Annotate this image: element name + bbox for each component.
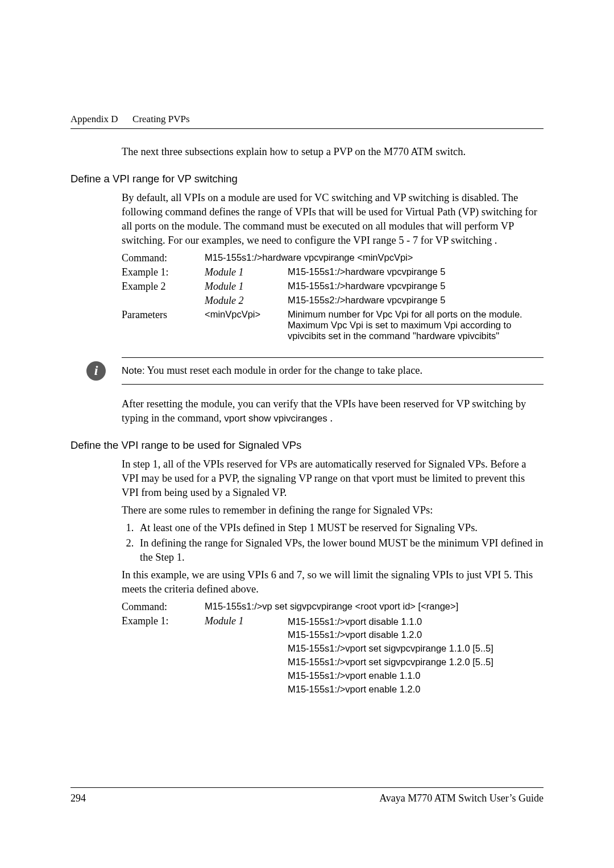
section2-body: In step 1, all of the VPIs reserved for … [122, 457, 544, 596]
ex-line: M15-155s1:/>vport disable 1.1.0 [288, 615, 540, 629]
ex1-value: M15-155s1:/>hardware vpcvpirange 5 [288, 265, 544, 279]
params-label: Parameters [122, 308, 205, 343]
row-ex1: Example 1: Module 1 M15-155s1:/>hardware… [122, 265, 544, 279]
ex-line: M15-155s1:/>vport enable 1.2.0 [288, 683, 540, 696]
section2-para1: In step 1, all of the VPIs reserved for … [122, 457, 544, 500]
after-note-text: After resetting the module, you can veri… [122, 397, 544, 425]
ex2-blank [122, 294, 205, 308]
section1-heading: Define a VPI range for VP switching [70, 173, 544, 185]
ex2-value2: M15-155s2:/>hardware vpcvpirange 5 [288, 294, 544, 308]
footer-rule [70, 787, 544, 788]
cmd2-value: M15-155s1:/>vp set sigvpcvpirange <root … [205, 600, 544, 614]
intro-text: The next three subsections explain how t… [122, 145, 544, 159]
appendix-title: Creating PVPs [132, 114, 190, 124]
note-row: i Note: You must reset each module in or… [122, 358, 544, 384]
header-rule [70, 128, 544, 129]
cmd-label: Command: [122, 251, 205, 265]
cmd-value: M15-155s1:/>hardware vpcvpirange <minVpc… [205, 251, 544, 265]
section2-para2: There are some rules to remember in defi… [122, 503, 544, 518]
info-icon: i [86, 361, 106, 381]
ex2-module1: Module 1 [205, 279, 288, 294]
row2-ex1: Example 1: Module 1 M15-155s1:/>vport di… [122, 614, 544, 698]
params-mid: <minVpcVpi> [205, 308, 288, 343]
ex-line: M15-155s1:/>vport disable 1.2.0 [288, 628, 540, 642]
ex-line: M15-155s1:/>vport set sigvpcvpirange 1.1… [288, 642, 540, 656]
intro-block: The next three subsections explain how t… [122, 145, 544, 159]
section2-para3: In this example, we are using VPIs 6 and… [122, 568, 544, 596]
ex-line: M15-155s1:/>vport enable 1.1.0 [288, 669, 540, 683]
rule-2: In defining the range for Signaled VPs, … [136, 536, 544, 565]
row-params: Parameters <minVpcVpi> Minimum number fo… [122, 308, 544, 343]
note-body: You must reset each module in order for … [145, 365, 423, 376]
ex1-module: Module 1 [205, 265, 288, 279]
ex-line: M15-155s1:/>vport set sigvpcvpirange 1.2… [288, 656, 540, 669]
section2-heading: Define the VPI range to be used for Sign… [70, 439, 544, 452]
footer-row: 294 Avaya M770 ATM Switch User’s Guide [70, 792, 544, 804]
note-label: Note: [122, 365, 145, 376]
cmd2-label: Command: [122, 600, 205, 614]
footer: 294 Avaya M770 ATM Switch User’s Guide [70, 787, 544, 804]
ex21-lines: M15-155s1:/>vport disable 1.1.0 M15-155s… [288, 614, 544, 698]
section1-para: By default, all VPIs on a module are use… [122, 191, 544, 248]
row-ex2b: Module 2 M15-155s2:/>hardware vpcvpirang… [122, 294, 544, 308]
section2-table: Command: M15-155s1:/>vp set sigvpcvpiran… [122, 600, 544, 698]
ex2-value1: M15-155s1:/>hardware vpcvpirange 5 [288, 279, 544, 294]
page-number: 294 [70, 792, 86, 804]
after-note-cmd: vport show vpivciranges [224, 413, 327, 424]
rules-list: At least one of the VPIs defined in Step… [122, 521, 544, 565]
section1-para-text: By default, all VPIs on a module are use… [122, 191, 544, 248]
ex2-label: Example 2 [122, 279, 205, 294]
ex21-module: Module 1 [205, 614, 288, 698]
ex1-label: Example 1: [122, 265, 205, 279]
running-head: Appendix D Creating PVPs [70, 114, 544, 125]
rule-1: At least one of the VPIs defined in Step… [136, 521, 544, 535]
appendix-label: Appendix D [70, 114, 118, 124]
after-note: After resetting the module, you can veri… [122, 397, 544, 425]
doc-title: Avaya M770 ATM Switch User’s Guide [379, 792, 544, 804]
row2-command: Command: M15-155s1:/>vp set sigvpcvpiran… [122, 600, 544, 614]
after-note-tail: . [327, 412, 333, 424]
params-value: Minimum number for Vpc Vpi for all ports… [288, 308, 544, 343]
page: Appendix D Creating PVPs The next three … [0, 0, 614, 868]
note-block: i Note: You must reset each module in or… [122, 357, 544, 385]
section1-table: Command: M15-155s1:/>hardware vpcvpirang… [122, 251, 544, 343]
ex21-label: Example 1: [122, 614, 205, 698]
ex2-module2: Module 2 [205, 294, 288, 308]
row-ex2a: Example 2 Module 1 M15-155s1:/>hardware … [122, 279, 544, 294]
note-text: Note: You must reset each module in orde… [122, 365, 422, 377]
row-command: Command: M15-155s1:/>hardware vpcvpirang… [122, 251, 544, 265]
note-rule-bottom [122, 384, 544, 385]
